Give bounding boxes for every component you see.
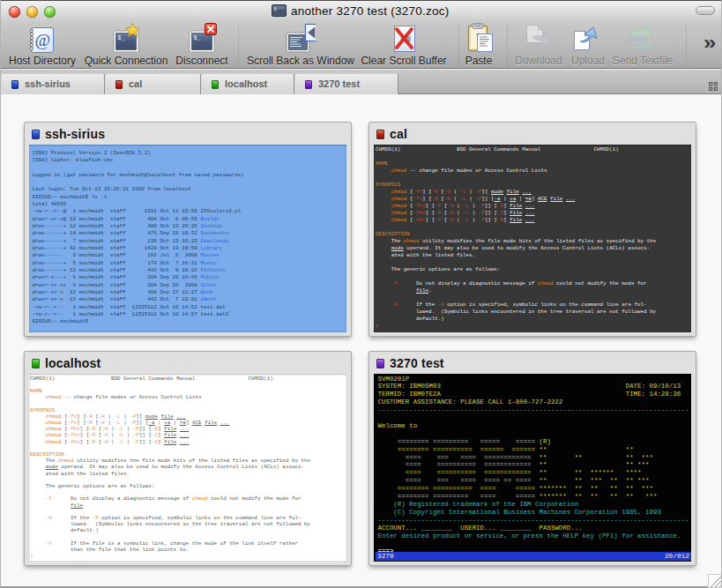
svg-text:$: $ (274, 7, 277, 12)
svg-text:$_: $_ (194, 35, 201, 41)
svg-text:DEF: DEF (636, 41, 653, 50)
svg-text:@: @ (34, 31, 49, 49)
svg-text:$_: $_ (118, 35, 125, 41)
